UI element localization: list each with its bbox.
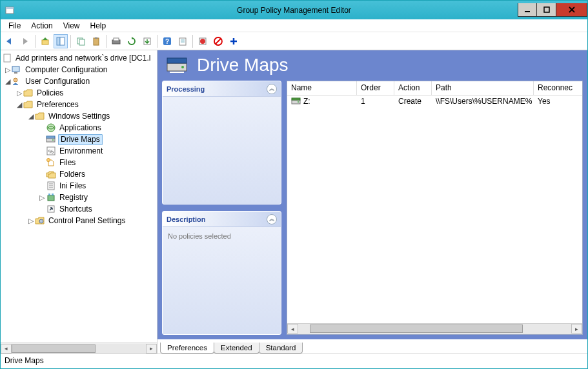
expand-icon[interactable]: ▷ [26,217,35,225]
tab-extended[interactable]: Extended [214,343,259,354]
scroll-thumb[interactable] [12,344,96,353]
ini-icon [46,181,56,191]
add-button[interactable] [227,34,241,48]
print-button[interactable] [109,34,123,48]
expand-icon[interactable]: ▷ [15,89,23,97]
tree-drive-maps[interactable]: Drive Maps [1,134,157,145]
col-reconnect[interactable]: Reconnec [534,81,582,95]
folder-icon [23,88,34,98]
menu-action[interactable]: Action [26,20,57,32]
window-frame: Group Policy Management Editor File Acti… [0,0,588,369]
col-order[interactable]: Order [357,81,394,95]
svg-rect-51 [292,100,300,104]
maximize-button[interactable] [537,3,556,17]
tree-shortcuts[interactable]: Shortcuts [1,203,157,215]
description-panel-head[interactable]: Description ︽ [163,212,281,227]
col-action[interactable]: Action [394,81,432,95]
svg-rect-33 [46,136,55,138]
status-text: Drive Maps [5,356,44,365]
disable-button[interactable] [211,34,225,48]
svg-rect-6 [42,40,48,45]
back-button[interactable] [3,34,17,48]
stop-processing-button[interactable] [196,34,210,48]
view-tabs: Preferences Extended Standard [157,339,587,354]
menu-view[interactable]: View [58,20,85,32]
scroll-thumb[interactable] [310,324,523,333]
details-pane: Drive Maps Processing ︽ [157,50,587,354]
tab-preferences[interactable]: Preferences [160,343,214,354]
scroll-right-button[interactable]: ▸ [571,324,582,334]
svg-rect-43 [48,194,50,195]
up-button[interactable] [38,34,52,48]
tree-folders[interactable]: Folders [1,168,157,180]
row-name: Z: [303,97,310,106]
shortcut-icon [46,204,56,214]
forward-button[interactable] [18,34,32,48]
help-button[interactable]: ? [160,34,174,48]
toolbar-separator [192,35,193,48]
tree-user-config[interactable]: ◢ User Configuration [1,75,157,87]
tab-standard[interactable]: Standard [259,343,303,354]
copy-button[interactable] [74,34,88,48]
minimize-button[interactable] [518,3,537,17]
tree-view[interactable]: Add printers and network`s drive [DC1.l … [1,50,157,343]
list-header: Name Order Action Path Reconnec [287,81,582,95]
folder-icon [35,111,45,121]
user-icon [12,76,22,86]
svg-text:?: ? [165,38,169,45]
menu-help[interactable]: Help [85,20,112,32]
tree-windows-settings[interactable]: ◢ Windows Settings [1,110,157,122]
tree-applications[interactable]: Applications [1,122,157,134]
tree-preferences[interactable]: ◢ Preferences [1,99,157,110]
expand-icon[interactable]: ▷ [3,66,12,74]
svg-rect-28 [12,66,19,72]
list-row[interactable]: Z: 1 Create \\FS\Users\%USERNAME% Yes [287,95,582,107]
collapse-icon[interactable]: ︽ [267,84,277,94]
drive-maps-icon [166,55,189,75]
scroll-right-button[interactable]: ▸ [146,344,157,354]
svg-rect-7 [57,37,60,45]
tree-registry[interactable]: ▷ Registry [1,192,157,203]
drive-icon [291,97,301,105]
description-panel-body: No policies selected [163,227,281,245]
properties-button[interactable] [176,34,190,48]
tree-computer-config[interactable]: ▷ Computer Configuration [1,64,157,75]
globe-icon [46,123,56,133]
panel-column: Processing ︽ Description ︽ No policies s… [162,81,281,335]
svg-line-24 [216,39,221,44]
collapse-icon[interactable]: ◢ [15,101,23,109]
tree-environment[interactable]: % Environment [1,145,157,157]
scroll-left-button[interactable]: ◂ [1,344,12,354]
list-horizontal-scrollbar[interactable]: ◂ ▸ [287,323,582,334]
scroll-track[interactable] [298,324,571,334]
scroll-left-button[interactable]: ◂ [287,324,298,334]
tree-control-panel[interactable]: ▷ Control Panel Settings [1,215,157,226]
svg-point-34 [52,139,54,141]
svg-rect-14 [114,38,119,41]
refresh-button[interactable] [125,34,139,48]
tree-ini-files[interactable]: Ini Files [1,180,157,192]
collapse-icon[interactable]: ◢ [3,77,12,86]
close-button[interactable] [556,3,587,17]
tree-root[interactable]: Add printers and network`s drive [DC1.l [1,52,157,64]
titlebar[interactable]: Group Policy Management Editor [1,1,587,19]
toolbar: ? [1,32,587,50]
collapse-icon[interactable]: ◢ [26,112,35,121]
menu-file[interactable]: File [3,20,26,32]
export-button[interactable] [140,34,154,48]
processing-title: Processing [167,85,205,93]
tree-horizontal-scrollbar[interactable]: ◂ ▸ [1,343,157,354]
svg-rect-44 [52,194,54,195]
col-name[interactable]: Name [287,81,357,95]
expand-icon[interactable]: ▷ [37,194,46,202]
tree-policies[interactable]: ▷ Policies [1,87,157,99]
list-rows[interactable]: Z: 1 Create \\FS\Users\%USERNAME% Yes [287,95,582,323]
tree-files[interactable]: Files [1,157,157,168]
col-path[interactable]: Path [432,81,534,95]
scroll-track[interactable] [12,344,146,354]
show-hide-tree-button[interactable] [54,34,68,48]
drive-icon [46,134,56,145]
collapse-icon[interactable]: ︽ [267,214,277,224]
paste-button[interactable] [89,34,103,48]
processing-panel-head[interactable]: Processing ︽ [163,81,281,97]
